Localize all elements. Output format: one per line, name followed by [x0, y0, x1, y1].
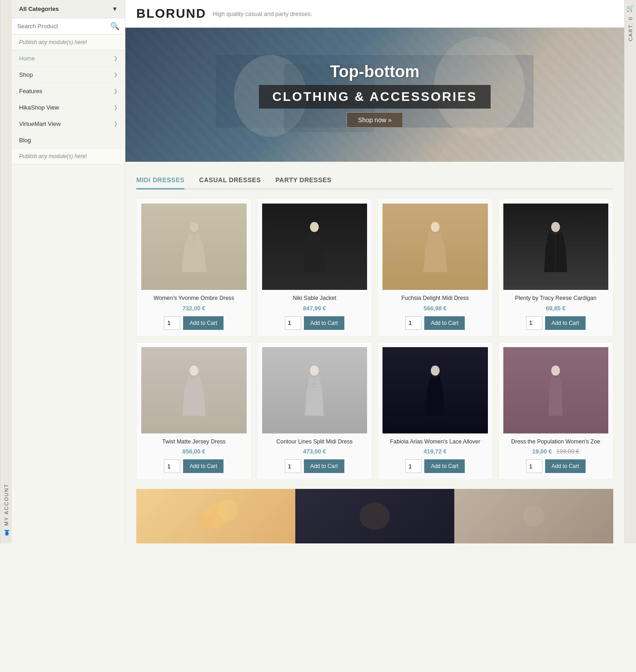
search-input[interactable] [17, 23, 110, 30]
svg-point-11 [310, 365, 319, 375]
sidebar: All Categories ▼ 🔍 Publish any module(s)… [12, 0, 125, 543]
tab-casual-dresses[interactable]: CASUAL DRESSES [199, 173, 261, 189]
add-to-cart-button-5[interactable]: Add to Cart [183, 459, 224, 473]
sidebar-publish-bottom: Publish any module(s) here! [12, 149, 125, 164]
sidebar-nav: Home ❯ Shop ❯ Features ❯ HikaShop View ❯… [12, 50, 125, 149]
svg-point-7 [431, 222, 440, 232]
product-card-6: Contour Lines Split Midi Dress 473,00 € … [257, 342, 373, 480]
sidebar-item-hikashop[interactable]: HikaShop View ❯ [12, 100, 125, 116]
preview-image-2[interactable] [295, 489, 454, 543]
hero-text-block: Top-bottom CLOTHING & ACCESSORIES Shop n… [259, 62, 491, 128]
product-price-8: 19,00 € 199,00 € [532, 448, 579, 455]
product-card-3: Fuchsia Delight Midi Dress 566,98 € Add … [378, 199, 493, 337]
product-cart-row-6: Add to Cart [285, 459, 344, 473]
cart-icon: 🛒 [626, 5, 634, 12]
product-cart-row-2: Add to Cart [285, 316, 344, 330]
all-categories-dropdown[interactable]: All Categories ▼ [12, 0, 125, 18]
product-card-2: Niki Sable Jacket 847,99 € Add to Cart [257, 199, 373, 337]
right-cart-bar: 🛒 CART: 0 [624, 0, 636, 543]
sidebar-item-virtuemart[interactable]: VirtueMart View ❯ [12, 116, 125, 132]
dress-silhouette-5 [178, 363, 210, 418]
add-to-cart-button-6[interactable]: Add to Cart [304, 459, 344, 473]
site-logo[interactable]: BLORUND [136, 6, 206, 21]
products-section: MIDI DRESSES CASUAL DRESSES PARTY DRESSE… [125, 162, 624, 543]
product-qty-8[interactable] [526, 459, 542, 473]
sidebar-item-blog-label: Blog [19, 137, 31, 144]
my-account-label: MY ACCOUNT [4, 483, 9, 526]
sidebar-item-home[interactable]: Home ❯ [12, 50, 125, 67]
svg-point-4 [189, 222, 199, 232]
product-qty-1[interactable] [164, 316, 180, 330]
chevron-right-icon: ❯ [114, 121, 118, 127]
add-to-cart-button-3[interactable]: Add to Cart [424, 316, 465, 330]
search-icon[interactable]: 🔍 [110, 22, 119, 30]
sidebar-publish-top: Publish any module(s) here! [12, 35, 125, 50]
product-cart-row-1: Add to Cart [164, 316, 224, 330]
product-name-5: Twist Matte Jersey Dress [162, 438, 226, 446]
product-card-4: Plenty by Tracy Reese Cardigan 69,85 € A… [498, 199, 614, 337]
product-image-3 [383, 204, 488, 290]
sidebar-item-features[interactable]: Features ❯ [12, 83, 125, 100]
bottom-previews [136, 489, 613, 543]
hero-cta-button[interactable]: Shop now » [347, 112, 403, 128]
dress-silhouette-1 [178, 219, 210, 274]
product-card-8: Dress the Population Women's Zoe 19,00 €… [498, 342, 614, 480]
sidebar-item-blog[interactable]: Blog [12, 132, 125, 149]
preview-image-3[interactable] [454, 489, 613, 543]
site-tagline: High quality casual and party dresses. [213, 10, 313, 17]
dress-silhouette-6 [298, 363, 330, 418]
dress-silhouette-8 [540, 363, 571, 418]
product-cart-row-7: Add to Cart [405, 459, 465, 473]
sidebar-item-virtuemart-label: VirtueMart View [19, 120, 60, 127]
product-name-7: Fabiola Arias Women's Lace Allover [390, 438, 480, 446]
product-qty-5[interactable] [164, 459, 180, 473]
add-to-cart-button-8[interactable]: Add to Cart [545, 459, 586, 473]
product-name-4: Plenty by Tracy Reese Cardigan [515, 294, 596, 303]
product-qty-2[interactable] [285, 316, 301, 330]
product-qty-7[interactable] [405, 459, 422, 473]
search-bar: 🔍 [12, 18, 125, 35]
tab-midi-dresses[interactable]: MIDI DRESSES [136, 173, 184, 189]
sidebar-item-shop[interactable]: Shop ❯ [12, 67, 125, 83]
product-image-8 [503, 347, 609, 433]
product-price-3: 566,98 € [423, 305, 447, 312]
svg-point-18 [217, 499, 238, 521]
product-grid-row2: Twist Matte Jersey Dress 856,00 € Add to… [136, 342, 613, 480]
product-cart-row-3: Add to Cart [405, 316, 465, 330]
product-image-5 [141, 347, 247, 433]
cart-button[interactable]: CART: 0 [628, 16, 633, 41]
product-name-3: Fuchsia Delight Midi Dress [401, 294, 469, 303]
main-content: BLORUND High quality casual and party dr… [125, 0, 624, 543]
product-name-2: Niki Sable Jacket [293, 294, 336, 303]
svg-point-15 [551, 365, 560, 375]
add-to-cart-button-2[interactable]: Add to Cart [304, 316, 344, 330]
product-qty-4[interactable] [526, 316, 542, 330]
product-qty-6[interactable] [285, 459, 301, 473]
tab-party-dresses[interactable]: PARTY DRESSES [275, 173, 331, 189]
add-to-cart-button-4[interactable]: Add to Cart [545, 316, 586, 330]
chevron-down-icon: ▼ [112, 5, 118, 12]
product-image-6 [262, 347, 368, 433]
product-card-5: Twist Matte Jersey Dress 856,00 € Add to… [136, 342, 252, 480]
product-price-8-current: 19,00 € [532, 448, 552, 455]
product-grid-row1: Women's Yvonme Ombre Dress 732,00 € Add … [136, 199, 613, 337]
hero-subtitle-block: CLOTHING & ACCESSORIES [259, 85, 491, 109]
add-to-cart-button-7[interactable]: Add to Cart [424, 459, 465, 473]
sidebar-item-home-label: Home [19, 55, 35, 62]
sidebar-item-features-label: Features [19, 88, 42, 95]
add-to-cart-button-1[interactable]: Add to Cart [183, 316, 224, 330]
chevron-right-icon: ❯ [114, 72, 118, 78]
product-cart-row-8: Add to Cart [526, 459, 586, 473]
all-categories-label: All Categories [19, 5, 59, 12]
product-image-7 [383, 347, 488, 433]
product-price-6: 473,00 € [303, 448, 326, 455]
product-name-6: Contour Lines Split Midi Dress [276, 438, 353, 446]
chevron-right-icon: ❯ [114, 88, 118, 94]
sidebar-item-shop-label: Shop [19, 71, 33, 78]
svg-point-6 [310, 222, 319, 232]
product-qty-3[interactable] [405, 316, 422, 330]
dress-silhouette-7 [419, 363, 451, 418]
my-account-sidebar[interactable]: 👤 MY ACCOUNT [0, 0, 12, 543]
preview-image-1[interactable] [136, 489, 295, 543]
hero-banner: Top-bottom CLOTHING & ACCESSORIES Shop n… [125, 28, 624, 162]
